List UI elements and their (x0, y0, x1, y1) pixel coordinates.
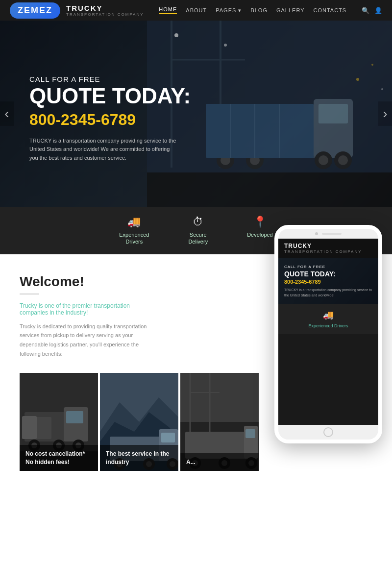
logo-badge: ZEMEZ (10, 2, 60, 19)
svg-point-5 (224, 44, 227, 47)
phone-speaker-bar (322, 233, 342, 235)
gallery-card-3[interactable]: A... (180, 373, 259, 471)
nav-brand: TRUCKY TRANSPORTATION COMPANY (66, 4, 144, 17)
phone-phone: 800-2345-6789 (284, 279, 372, 285)
nav-icons: 🔍 👤 (362, 7, 382, 14)
nav-contacts[interactable]: CONTACTS (314, 7, 347, 13)
nav-links: HOME ABOUT PAGES ▾ BLOG GALLERY CONTACTS (159, 6, 346, 14)
svg-rect-43 (161, 433, 175, 442)
logo-text: ZEMEZ (18, 5, 52, 16)
gallery-card-2[interactable]: The best service in the industry (100, 373, 178, 471)
search-icon[interactable]: 🔍 (362, 7, 369, 14)
truck-icon: 🚚 (127, 216, 141, 228)
user-icon[interactable]: 👤 (374, 7, 382, 14)
svg-point-14 (318, 155, 328, 165)
welcome-subtitle: Trucky is one of the premier transportat… (20, 302, 157, 316)
phone-call-label: CALL FOR A FREE (284, 265, 372, 269)
phone-camera (315, 232, 318, 235)
nav-blog[interactable]: BLOG (250, 7, 268, 13)
svg-rect-57 (245, 429, 255, 438)
svg-rect-8 (318, 104, 348, 123)
phone-screen: TRUCKY TRANSPORTATION COMPANY CALL FOR A… (278, 239, 378, 425)
svg-rect-21 (147, 172, 392, 207)
nav-about[interactable]: ABOUT (186, 7, 207, 13)
phone-speaker (278, 229, 378, 239)
hero-quote-label: QUOTE TODAY: (29, 85, 235, 107)
hero-description: TRUCKY is a transportation company provi… (29, 137, 176, 163)
hero-phone: 800-2345-6789 (29, 111, 235, 129)
gallery-label-1: No cost cancellation*No hidden fees! (20, 445, 98, 471)
svg-point-23 (371, 64, 373, 66)
gallery-label-2: The best service in the industry (100, 445, 178, 471)
svg-point-16 (338, 155, 348, 165)
gallery-card-1[interactable]: No cost cancellation*No hidden fees! (20, 373, 98, 471)
feature-drivers: 🚚 ExperiencedDrivers (119, 216, 149, 245)
phone-feature: 🚚 Experienced Drivers (278, 304, 378, 334)
phone-home-circle (323, 427, 333, 437)
clock-icon: ⏱ (193, 216, 203, 228)
svg-point-4 (174, 33, 178, 37)
navigation: ZEMEZ TRUCKY TRANSPORTATION COMPANY HOME… (0, 0, 392, 21)
nav-gallery[interactable]: GALLERY (276, 7, 305, 13)
hero-next-arrow[interactable]: › (378, 101, 392, 126)
nav-home[interactable]: HOME (159, 6, 177, 14)
hero-call-label: CALL FOR A FREE (29, 75, 235, 83)
welcome-title: Welcome! (20, 274, 157, 290)
svg-point-24 (381, 88, 383, 90)
svg-rect-37 (22, 416, 37, 439)
pin-icon: 📍 (253, 216, 267, 228)
phone-quote-label: QUOTE TODAY: (284, 270, 372, 278)
svg-rect-28 (66, 411, 83, 423)
phone-nav: TRUCKY TRANSPORTATION COMPANY (278, 239, 378, 258)
phone-home-button (278, 425, 378, 440)
phone-hero: CALL FOR A FREE QUOTE TODAY: 800-2345-67… (278, 258, 378, 304)
welcome-description: Trucky is dedicated to providing quality… (20, 322, 157, 359)
phone-brand: TRUCKY (284, 243, 372, 249)
phone-subtitle: TRANSPORTATION COMPANY (284, 249, 372, 254)
phone-mockup: TRUCKY TRANSPORTATION COMPANY CALL FOR A… (274, 225, 382, 443)
welcome-divider (20, 294, 39, 294)
phone-description: TRUCKY is a transportation company provi… (284, 288, 372, 298)
svg-point-22 (356, 78, 359, 81)
hero-prev-arrow[interactable]: ‹ (0, 101, 14, 126)
hero-content: CALL FOR A FREE QUOTE TODAY: 800-2345-67… (29, 75, 235, 163)
feature-delivery-label: SecureDelivery (188, 231, 208, 245)
phone-feature-label: Experienced Drivers (308, 323, 348, 328)
nav-pages[interactable]: PAGES ▾ (216, 7, 242, 14)
feature-drivers-label: ExperiencedDrivers (119, 231, 149, 245)
welcome-section: Welcome! Trucky is one of the premier tr… (20, 274, 167, 359)
phone-truck-icon: 🚚 (323, 310, 334, 320)
feature-delivery: ⏱ SecureDelivery (188, 216, 208, 245)
feature-developed-label: Developed (247, 231, 273, 238)
hero-section: ‹ CALL FOR A FREE QUOTE TODAY: 800-2345-… (0, 21, 392, 207)
gallery-label-3: A... (180, 453, 259, 471)
feature-developed: 📍 Developed (247, 216, 273, 245)
